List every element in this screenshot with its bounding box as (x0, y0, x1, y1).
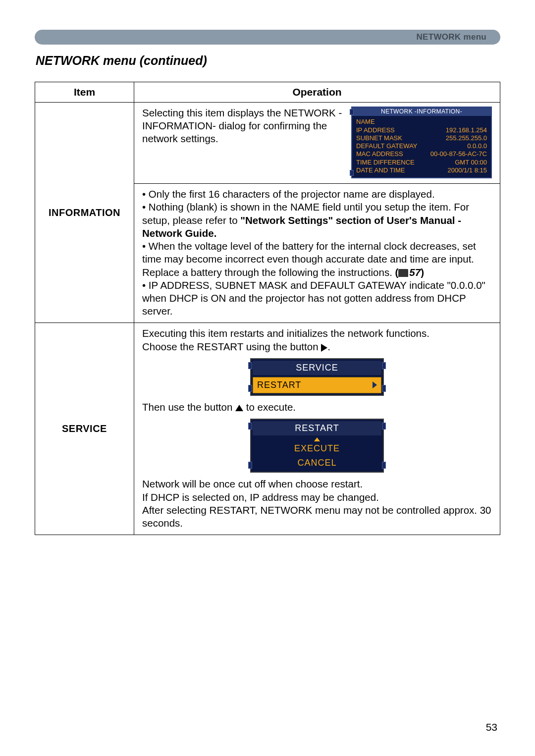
osd-title: SERVICE (253, 361, 381, 375)
service-text: Choose the RESTART using the button . (142, 340, 492, 353)
osd-handle-icon (382, 385, 386, 392)
osd-option: CANCEL (253, 456, 381, 470)
osd-restart-menu: RESTART EXECUTE CANCEL (250, 419, 384, 473)
network-info-dialog: NETWORK -INFORMATION- NAME IP ADDRESS192… (351, 107, 492, 178)
note-line: • When the voltage level of the battery … (142, 240, 492, 279)
osd-option: EXECUTE (253, 441, 381, 456)
page: NETWORK menu NETWORK menu (continued) It… (0, 0, 535, 756)
item-information: INFORMATION (35, 103, 134, 323)
header-label: NETWORK menu (417, 30, 486, 45)
service-text: Network will be once cut off when choose… (142, 478, 492, 490)
information-notes-cell: • Only the first 16 characters of the pr… (134, 184, 500, 323)
note-line: • Only the first 16 characters of the pr… (142, 188, 492, 201)
osd-handle-icon (248, 385, 252, 392)
item-service: SERVICE (35, 323, 134, 535)
dialog-handle-icon (350, 170, 354, 176)
menu-table: Item Operation INFORMATION Selecting thi… (35, 82, 500, 535)
col-operation-header: Operation (134, 82, 500, 103)
up-arrow-icon (235, 405, 243, 411)
osd-selected-option: RESTART (253, 377, 381, 393)
information-intro-cell: Selecting this item displays the NETWORK… (134, 103, 500, 184)
service-cell: Executing this item restarts and initial… (134, 323, 500, 535)
service-text: After selecting RESTART, NETWORK menu ma… (142, 504, 492, 530)
service-text: Then use the button to execute. (142, 401, 492, 414)
dialog-row: TIME DIFFERENCEGMT 00:00 (356, 159, 487, 166)
osd-handle-icon (248, 423, 252, 430)
header-bar: NETWORK menu (35, 30, 500, 45)
osd-handle-icon (382, 462, 386, 469)
service-text: If DHCP is selected on, IP address may b… (142, 491, 492, 504)
dialog-row: DEFAULT GATEWAY0.0.0.0 (356, 142, 487, 150)
dialog-row: NAME (356, 118, 487, 126)
dialog-handle-icon (350, 109, 354, 115)
right-arrow-icon (321, 344, 327, 352)
right-arrow-icon (373, 381, 377, 388)
service-text: Executing this item restarts and initial… (142, 327, 492, 340)
dialog-row: IP ADDRESS192.168.1.254 (356, 126, 487, 134)
section-title: NETWORK menu (continued) (36, 54, 500, 68)
dialog-row: MAC ADDRESS00-00-87-56-AC-7C (356, 150, 487, 158)
osd-handle-icon (248, 462, 252, 469)
dialog-row: SUBNET MASK255.255.255.0 (356, 134, 487, 142)
dialog-title: NETWORK -INFORMATION- (352, 108, 491, 116)
note-line: • IP ADDRESS, SUBNET MASK and DEFAULT GA… (142, 279, 492, 318)
note-line: • Nothing (blank) is shown in the NAME f… (142, 201, 492, 240)
manual-ref-icon (398, 269, 408, 277)
information-intro-text: Selecting this item displays the NETWORK… (142, 107, 342, 178)
page-number: 53 (486, 721, 497, 733)
up-arrow-icon (314, 437, 320, 441)
dialog-row: DATE AND TIME2000/1/1 8:15 (356, 166, 487, 174)
osd-handle-icon (382, 362, 386, 369)
osd-handle-icon (248, 362, 252, 369)
col-item-header: Item (35, 82, 134, 103)
osd-service-menu: SERVICE RESTART (250, 358, 384, 396)
osd-handle-icon (382, 423, 386, 430)
dialog-body: NAME IP ADDRESS192.168.1.254 SUBNET MASK… (352, 116, 491, 177)
osd-title: RESTART (253, 421, 381, 435)
